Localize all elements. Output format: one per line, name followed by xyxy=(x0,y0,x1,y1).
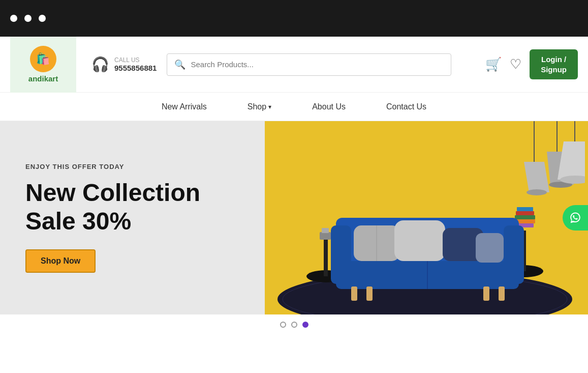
phone-number: 9555856881 xyxy=(114,64,157,72)
carousel-dot-2[interactable] xyxy=(291,322,297,328)
whatsapp-button[interactable] xyxy=(563,205,588,231)
svg-rect-28 xyxy=(476,233,504,263)
svg-rect-18 xyxy=(504,225,524,284)
svg-rect-26 xyxy=(394,220,445,261)
cart-icon[interactable]: 🛒 xyxy=(485,56,502,72)
search-input[interactable] xyxy=(191,60,444,69)
svg-rect-5 xyxy=(320,232,331,240)
hero-title: New Collection Sale 30% xyxy=(25,179,239,235)
header-actions: 🛒 ♡ Login /Signup xyxy=(485,49,578,79)
svg-marker-30 xyxy=(524,162,549,192)
main-nav: New Arrivals Shop ▾ About Us Contact Us xyxy=(0,93,588,121)
headset-icon: 🎧 xyxy=(91,56,109,73)
svg-rect-3 xyxy=(324,238,328,279)
carousel-dot-1[interactable] xyxy=(280,322,286,328)
login-signup-button[interactable]: Login /Signup xyxy=(530,49,578,79)
chevron-down-icon: ▾ xyxy=(268,103,271,110)
svg-point-31 xyxy=(527,189,547,195)
hero-banner: ENJOY THIS OFFER TODAY New Collection Sa… xyxy=(0,121,588,314)
hero-text-section: ENJOY THIS OFFER TODAY New Collection Sa… xyxy=(0,121,265,314)
wishlist-icon[interactable]: ♡ xyxy=(510,56,521,72)
svg-rect-20 xyxy=(366,286,373,301)
svg-marker-36 xyxy=(558,141,585,180)
svg-rect-6 xyxy=(322,228,329,233)
logo-text: andikart xyxy=(28,74,58,83)
nav-item-contact-us[interactable]: Contact Us xyxy=(386,102,426,111)
nav-item-shop[interactable]: Shop ▾ xyxy=(247,102,271,111)
call-us-section: 🎧 CALL US 9555856881 xyxy=(91,56,157,73)
window-control-minimize[interactable] xyxy=(24,15,32,22)
svg-rect-19 xyxy=(351,286,357,301)
svg-rect-12 xyxy=(517,207,533,211)
window-control-close[interactable] xyxy=(10,15,17,22)
window-control-maximize[interactable] xyxy=(39,15,46,22)
top-bar xyxy=(0,0,588,37)
bottom-hint xyxy=(0,335,588,353)
svg-rect-11 xyxy=(516,211,534,215)
logo-icon: 🛍️ xyxy=(30,46,56,72)
search-icon: 🔍 xyxy=(174,59,185,70)
logo[interactable]: 🛍️ andikart xyxy=(28,46,58,83)
svg-rect-21 xyxy=(483,286,489,301)
svg-rect-10 xyxy=(515,215,535,219)
hero-image-section xyxy=(265,121,588,314)
call-label: CALL US xyxy=(114,56,157,64)
shop-now-button[interactable]: Shop Now xyxy=(25,249,96,273)
search-bar[interactable]: 🔍 xyxy=(167,53,451,76)
site-header: 🛍️ andikart 🎧 CALL US 9555856881 🔍 🛒 ♡ L… xyxy=(0,37,588,93)
nav-item-new-arrivals[interactable]: New Arrivals xyxy=(162,102,207,111)
hero-offer-text: ENJOY THIS OFFER TODAY xyxy=(25,163,239,170)
nav-item-about-us[interactable]: About Us xyxy=(312,102,346,111)
carousel-dot-3[interactable] xyxy=(302,322,308,328)
svg-rect-17 xyxy=(331,225,351,284)
hero-sofa-svg xyxy=(265,121,585,314)
carousel-dots xyxy=(0,314,588,335)
logo-box: 🛍️ andikart xyxy=(10,37,76,93)
svg-rect-22 xyxy=(499,286,505,301)
